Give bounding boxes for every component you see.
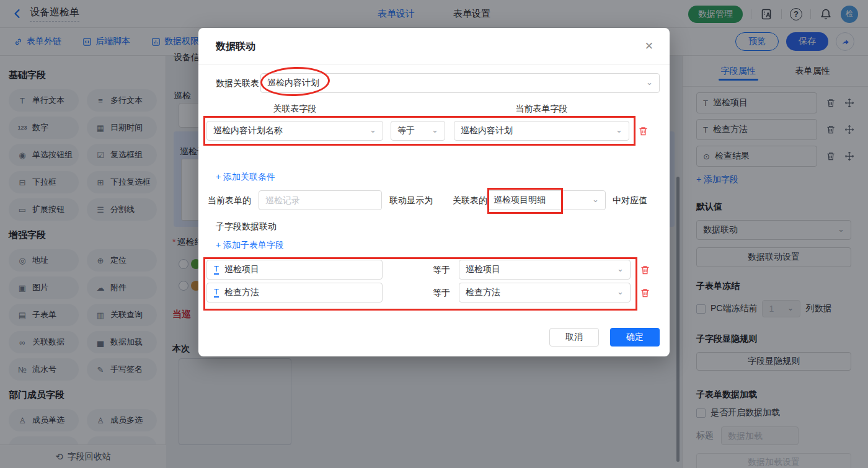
chevron-down-icon: ⌄	[592, 195, 599, 203]
chevron-down-icon: ⌄	[617, 265, 624, 273]
close-icon[interactable]: ✕	[645, 40, 653, 53]
chevron-down-icon: ⌄	[617, 288, 624, 296]
relation-table-label: 数据关联表	[216, 73, 259, 93]
subfield-token[interactable]: T 巡检项目	[206, 260, 383, 280]
relation-table-select[interactable]: 巡检内容计划 ⌄	[260, 73, 660, 93]
cancel-button[interactable]: 取消	[549, 328, 599, 347]
chevron-down-icon: ⌄	[646, 78, 653, 86]
app: 设备巡检单 表单设计 表单设置 数据管理 ? 检 表单外链	[0, 0, 868, 468]
data-linkage-modal: 数据联动 ✕ 数据关联表 巡检内容计划 ⌄ 关联表字段 当前表单字段 巡检内容计…	[198, 28, 670, 356]
current-form-label: 当前表单的	[208, 190, 251, 210]
right-column-header: 当前表单字段	[454, 104, 629, 115]
chevron-down-icon: ⌄	[432, 126, 438, 134]
linkage-name-input[interactable]	[259, 190, 382, 210]
matching-value-label: 中对应值	[613, 190, 647, 210]
text-icon: T	[214, 288, 219, 298]
modal-header: 数据联动 ✕	[198, 28, 670, 65]
subfield-linkage-title: 子字段数据联动	[216, 216, 277, 236]
chevron-down-icon: ⌄	[616, 126, 622, 134]
confirm-button[interactable]: 确定	[610, 328, 660, 347]
condition-operator-select[interactable]: 等于 ⌄	[391, 121, 445, 141]
subfield-token[interactable]: T 检查方法	[206, 283, 383, 302]
relation-of-label: 关联表的	[453, 190, 487, 210]
subfield-value-select[interactable]: 巡检项目 ⌄	[459, 260, 631, 280]
text-icon: T	[214, 265, 219, 275]
add-subfield-link[interactable]: + 添加子表单字段	[216, 240, 284, 251]
relation-value-select[interactable]: 巡检项目明细 ⌄	[487, 190, 606, 210]
subfield-value-select[interactable]: 检查方法 ⌄	[459, 283, 631, 302]
add-condition-link[interactable]: + 添加关联条件	[216, 172, 275, 183]
delete-subfield-icon[interactable]	[640, 265, 650, 275]
modal-title: 数据联动	[216, 40, 255, 53]
delete-condition-icon[interactable]	[638, 126, 649, 136]
chevron-down-icon: ⌄	[370, 126, 376, 134]
left-column-header: 关联表字段	[206, 104, 383, 115]
delete-subfield-icon[interactable]	[640, 288, 650, 298]
equals-label: 等于	[433, 260, 450, 280]
condition-target-select[interactable]: 巡检内容计划 ⌄	[454, 121, 629, 141]
display-as-label: 联动显示为	[389, 190, 433, 210]
equals-label: 等于	[433, 283, 450, 302]
condition-field-select[interactable]: 巡检内容计划名称 ⌄	[206, 121, 383, 141]
